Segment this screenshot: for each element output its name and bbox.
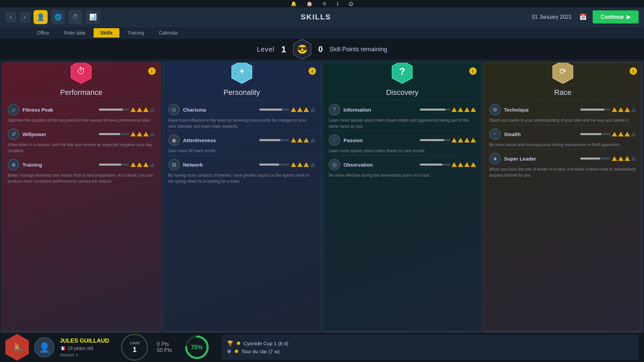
card-personality: ✦ i Personality ⊙ Charisma Have more inf… bbox=[163, 62, 321, 332]
observation-bar-container bbox=[420, 162, 476, 167]
observation-icon: ◎ bbox=[329, 159, 340, 170]
level-value: 1 bbox=[281, 44, 286, 55]
technique-icon: ⚙ bbox=[489, 104, 501, 115]
clock-icon[interactable]: ⏱ bbox=[68, 10, 83, 24]
nav-bar: ‹ › 👤 🌐 ⏱ 📊 SKILLS 01 January 2021 📅 Con… bbox=[0, 7, 644, 27]
skill-willpower: ↺ Willpower A few times in a season, tur… bbox=[8, 125, 155, 155]
skill-charisma: ⊙ Charisma Have more influence in the te… bbox=[168, 100, 316, 131]
tab-skills[interactable]: Skills bbox=[94, 28, 119, 38]
svg-text:✦: ✦ bbox=[238, 67, 245, 76]
forward-button[interactable]: › bbox=[19, 12, 30, 22]
race-info-button[interactable]: i bbox=[630, 67, 637, 75]
discovery-icon: ? bbox=[391, 62, 414, 85]
level-label: Level bbox=[257, 46, 275, 53]
fitness-peak-icon: ◇ bbox=[8, 104, 19, 115]
rider-season: Season 1 bbox=[60, 352, 109, 357]
svg-text:⟳: ⟳ bbox=[559, 67, 566, 76]
race-title: Race bbox=[489, 88, 637, 97]
super-leader-name: Super Leader bbox=[504, 156, 577, 162]
personality-title: Personality bbox=[168, 88, 316, 97]
tab-training[interactable]: Training bbox=[121, 28, 151, 38]
main-content: ⏱ i Performance ◇ Fitness Peak Optimise … bbox=[0, 60, 644, 332]
skill-observation: ◎ Observation Be more effective during t… bbox=[329, 155, 476, 180]
bottom-level-circle: Level 1 bbox=[121, 334, 148, 361]
race-name-1: Tour du Var (7 w) bbox=[241, 349, 280, 354]
observation-desc: Be more effective during the observation… bbox=[329, 172, 476, 178]
continue-button[interactable]: Continue ▶ bbox=[593, 10, 639, 23]
power-icon[interactable]: ⏻ bbox=[348, 1, 353, 6]
information-desc: Learn more quickly about riders (team-ma… bbox=[329, 117, 476, 129]
flag-icon: 🇫🇷 bbox=[60, 346, 65, 351]
cycle-icon: ⊕ bbox=[227, 348, 231, 354]
gear-icon[interactable]: ⚙ bbox=[322, 1, 327, 6]
skill-technique: ⚙ Technique Stand out thanks to your und… bbox=[489, 100, 637, 125]
attentiveness-desc: Gain more XP each month. bbox=[168, 148, 316, 154]
chart-icon[interactable]: 📊 bbox=[86, 10, 100, 24]
progress-label: 75% bbox=[191, 344, 203, 351]
race-item-1: ⊕ Tour du Var (7 w) bbox=[227, 348, 633, 354]
super-leader-bar-container bbox=[580, 156, 636, 161]
fitness-peak-desc: Optimise the duration of this key period… bbox=[8, 117, 155, 123]
passion-icon: ♡ bbox=[329, 134, 340, 146]
network-name: Network bbox=[183, 162, 256, 168]
tab-office[interactable]: Office bbox=[30, 28, 56, 38]
passion-desc: Learn more quickly about riders thanks t… bbox=[329, 148, 476, 154]
charisma-icon: ⊙ bbox=[168, 104, 180, 115]
information-icon: ? bbox=[329, 104, 340, 115]
skill-information: ? Information Learn more quickly about r… bbox=[329, 100, 476, 131]
tabs-bar: Office Rider data Skills Training Calend… bbox=[0, 27, 644, 39]
personality-icon: ✦ bbox=[230, 62, 253, 85]
skill-points-label: Skill Points remaining bbox=[329, 46, 387, 53]
willpower-bar-container bbox=[99, 132, 155, 136]
card-discovery: ? i Discovery ? Information Learn more q… bbox=[323, 62, 482, 332]
performance-info-button[interactable]: i bbox=[148, 67, 156, 75]
stealth-desc: Be more astute and inconspicuous during … bbox=[489, 142, 637, 148]
level-bar: Level 1 😎 0 Skill Points remaining bbox=[0, 39, 644, 60]
rider-nav-icon[interactable]: 👤 bbox=[34, 10, 48, 24]
bottom-level-label: Level bbox=[130, 341, 140, 345]
charisma-bar-container bbox=[259, 107, 315, 112]
fitness-peak-bar-container bbox=[99, 107, 155, 112]
attentiveness-name: Attentiveness bbox=[183, 137, 256, 143]
technique-bar-container bbox=[580, 107, 636, 112]
race-item-0: 🏆 Cyanide Cup 1 (8 d) bbox=[227, 340, 633, 346]
stealth-bar-container bbox=[580, 132, 636, 136]
back-button[interactable]: ‹ bbox=[5, 12, 16, 22]
tab-calendar[interactable]: Calendar bbox=[152, 28, 185, 38]
charisma-desc: Have more influence in the team by recei… bbox=[168, 117, 316, 129]
top-bar: 🔔 🏠 ⚙ ℹ ⏻ bbox=[0, 0, 644, 7]
info-icon[interactable]: ℹ bbox=[337, 1, 338, 6]
bell-icon[interactable]: 🔔 bbox=[291, 1, 297, 6]
rider-hexagon-icon: 😎 bbox=[293, 39, 312, 60]
race-icon: ⟳ bbox=[551, 62, 574, 85]
super-leader-desc: When you have the role of leader in a ra… bbox=[489, 166, 637, 178]
training-desc: Better manage tiredness that results fro… bbox=[8, 172, 155, 184]
race-dot-0 bbox=[237, 342, 240, 345]
network-icon: ⊞ bbox=[168, 159, 180, 170]
rider-info: JULES GUILLAUD 🇫🇷 19 years old Season 1 bbox=[60, 338, 109, 357]
information-name: Information bbox=[343, 107, 417, 113]
race-name-0: Cyanide Cup 1 (8 d) bbox=[244, 341, 288, 346]
globe-icon[interactable]: 🌐 bbox=[51, 10, 65, 24]
willpower-desc: A few times in a season, turn the tide a… bbox=[8, 142, 155, 154]
performance-icon: ⏱ bbox=[70, 62, 93, 85]
willpower-icon: ↺ bbox=[8, 128, 19, 140]
discovery-info-button[interactable]: i bbox=[469, 67, 477, 75]
calendar-icon[interactable]: 📅 bbox=[579, 13, 587, 21]
willpower-name: Willpower bbox=[22, 131, 96, 137]
super-leader-icon: ★ bbox=[489, 153, 501, 164]
home-icon[interactable]: 🏠 bbox=[307, 1, 312, 6]
skill-super-leader: ★ Super Leader When you have the role of… bbox=[489, 149, 637, 180]
skill-fitness-peak: ◇ Fitness Peak Optimise the duration of … bbox=[8, 100, 155, 125]
tab-rider-data[interactable]: Rider data bbox=[57, 28, 92, 38]
skill-passion: ♡ Passion Learn more quickly about rider… bbox=[329, 131, 476, 155]
card-performance: ⏱ i Performance ◇ Fitness Peak Optimise … bbox=[2, 62, 161, 332]
date-display: 01 January 2021 bbox=[532, 14, 572, 20]
skill-points-value: 0 bbox=[318, 45, 323, 54]
training-name: Training bbox=[22, 162, 96, 168]
skill-training: ⊕ Training Better manage tiredness that … bbox=[8, 155, 155, 186]
race-info-panel: 🏆 Cyanide Cup 1 (8 d) ⊕ Tour du Var (7 w… bbox=[222, 335, 639, 360]
personality-info-button[interactable]: i bbox=[309, 67, 316, 75]
charisma-name: Charisma bbox=[183, 107, 256, 113]
attentiveness-bar-container bbox=[259, 138, 315, 142]
